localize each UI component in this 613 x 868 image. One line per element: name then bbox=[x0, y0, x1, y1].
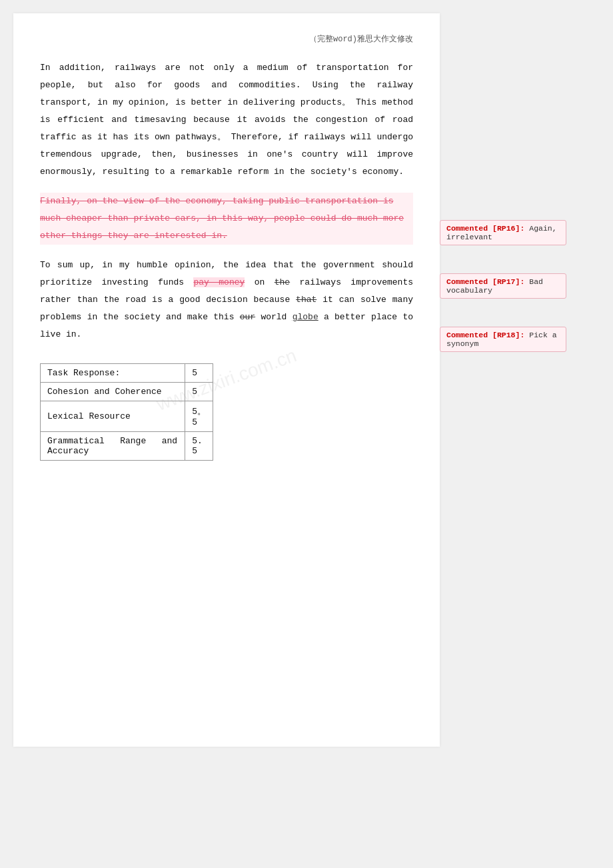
score-row-cohesion: Cohesion and Coherence 5 bbox=[41, 383, 213, 401]
para3-part5: world bbox=[255, 312, 293, 322]
score-label-cohesion: Cohesion and Coherence bbox=[41, 383, 185, 401]
comment-rp17-label: Commented [RP17]: bbox=[446, 277, 524, 286]
score-value-task-response: 5 bbox=[185, 364, 213, 383]
header-title: （完整word)雅思大作文修改 bbox=[309, 35, 413, 44]
score-row-task-response: Task Response: 5 bbox=[41, 364, 213, 383]
para1-text: In addition, railways are not only a med… bbox=[40, 63, 413, 177]
score-label-lexical: Lexical Resource bbox=[41, 401, 185, 432]
page-wrapper: www.zixiri.com.cn （完整word)雅思大作文修改 In add… bbox=[0, 0, 613, 868]
score-row-grammatical: Grammatical Range andAccuracy 5.5 bbox=[41, 432, 213, 461]
score-value-lexical: 5。5 bbox=[185, 401, 213, 432]
para3-strikethrough-the: the bbox=[275, 277, 290, 287]
doc-area: www.zixiri.com.cn （完整word)雅思大作文修改 In add… bbox=[13, 13, 600, 747]
comment-rp17: Commented [RP17]: Bad vocabulary bbox=[440, 273, 566, 299]
the-detection-1: the bbox=[293, 115, 308, 125]
score-label-task-response: Task Response: bbox=[41, 364, 185, 383]
paragraph-2-deleted: Finally, on the view of the economy, tak… bbox=[40, 193, 413, 245]
para3-part2: on bbox=[245, 277, 274, 287]
document-header: （完整word)雅思大作文修改 bbox=[40, 33, 413, 45]
para3-strikethrough-pay-money: pay money bbox=[193, 277, 245, 287]
comment-rp18-label: Commented [RP18]: bbox=[446, 331, 524, 339]
score-value-cohesion: 5 bbox=[185, 383, 213, 401]
comment-rp16-label: Commented [RP16]: bbox=[446, 224, 524, 233]
comments-column: Commented [RP16]: Again, irrelevant Comm… bbox=[440, 13, 580, 747]
score-label-grammatical: Grammatical Range andAccuracy bbox=[41, 432, 185, 461]
para3-strikethrough-our: our bbox=[240, 312, 255, 322]
paragraph-1: In addition, railways are not only a med… bbox=[40, 59, 413, 181]
score-value-grammatical: 5.5 bbox=[185, 432, 213, 461]
score-row-lexical: Lexical Resource 5。5 bbox=[41, 401, 213, 432]
paragraph-3: To sum up, in my humble opinion, the ide… bbox=[40, 257, 413, 343]
comment-rp18: Commented [RP18]: Pick a synonym bbox=[440, 327, 566, 352]
score-table: Task Response: 5 Cohesion and Coherence … bbox=[40, 363, 213, 461]
para3-strikethrough-that: that bbox=[296, 295, 316, 305]
main-document: www.zixiri.com.cn （完整word)雅思大作文修改 In add… bbox=[13, 13, 440, 747]
para2-text: Finally, on the view of the economy, tak… bbox=[40, 196, 404, 241]
para3-strikethrough-globe: globe bbox=[293, 312, 318, 322]
comment-rp16: Commented [RP16]: Again, irrelevant bbox=[440, 220, 566, 245]
